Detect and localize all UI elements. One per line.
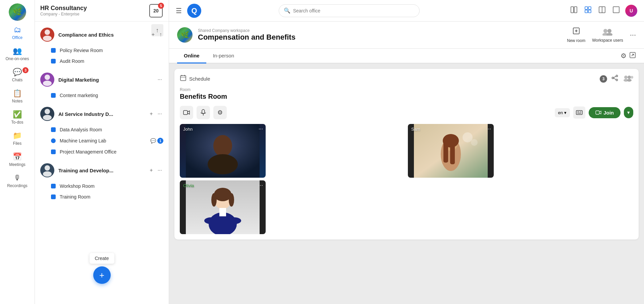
- nav-item-notes[interactable]: 📋 Notes: [0, 86, 35, 107]
- room-item-data-analysis[interactable]: Data Analysis Room: [35, 124, 169, 135]
- room-item-content[interactable]: Content marketing: [35, 90, 169, 101]
- group-item-compliance[interactable]: Compliance and Ethics + ↑: [35, 24, 169, 45]
- add-room-training-button[interactable]: +: [148, 167, 154, 174]
- view-single-button[interactable]: [611, 5, 621, 16]
- files-icon: 📁: [13, 131, 22, 140]
- workspace-title: Compensation and Benefits: [198, 33, 561, 42]
- group-actions-compliance: + ↑: [150, 31, 163, 38]
- create-button[interactable]: +: [93, 266, 111, 284]
- add-room-compliance-button[interactable]: +: [150, 31, 156, 38]
- chevron-down-icon: ▾: [564, 110, 567, 115]
- more-compliance-button[interactable]: ↑: [158, 31, 163, 38]
- svg-point-7: [43, 171, 52, 177]
- svg-point-51: [463, 132, 473, 142]
- nav-item-files[interactable]: 📁 Files: [0, 128, 35, 149]
- tab-online[interactable]: Online: [177, 49, 206, 63]
- nav-item-meetings[interactable]: 📅 Meetings: [0, 149, 35, 170]
- room-name-audit: Audit Room: [60, 58, 163, 64]
- group-item-training[interactable]: Training and Develop... + ···: [35, 160, 169, 181]
- group-item-digital[interactable]: Digital Marketing ···: [35, 69, 169, 90]
- room-item-policy[interactable]: Policy Review Room: [35, 45, 169, 56]
- workspace-header: 🌿 Shared Company workspace Compensation …: [169, 21, 644, 49]
- group-avatar-digital: [40, 73, 54, 87]
- nav-item-todos[interactable]: ✅ To-dos: [0, 107, 35, 128]
- more-digital-button[interactable]: ···: [156, 76, 163, 83]
- user-avatar[interactable]: U: [625, 5, 637, 17]
- microphone-button[interactable]: [197, 106, 210, 119]
- user-avatar-circle: U: [625, 5, 637, 17]
- join-button[interactable]: Join: [589, 107, 621, 118]
- workspace-users-icon: [601, 28, 614, 37]
- tab-in-person[interactable]: In-person: [206, 49, 241, 63]
- tab-settings-button[interactable]: ⚙: [621, 52, 627, 60]
- group-digital: Digital Marketing ··· Content marketing: [35, 69, 169, 101]
- schedule-label: Schedule: [189, 76, 210, 82]
- share-button[interactable]: [611, 74, 619, 83]
- room-item-ml-lab[interactable]: Machine Learning Lab 💬 1: [35, 135, 169, 146]
- more-ai-button[interactable]: ···: [156, 110, 163, 118]
- company-logo[interactable]: 🌿: [9, 3, 26, 21]
- company-name: HR Consultancy: [40, 5, 145, 12]
- room-dot-workshop: [51, 184, 56, 188]
- camera-button[interactable]: [180, 106, 193, 119]
- q-logo: Q: [187, 4, 201, 18]
- room-item-audit[interactable]: Audit Room: [35, 56, 169, 67]
- schedule-actions: 3: [600, 74, 633, 83]
- svg-rect-57: [450, 142, 455, 164]
- group-item-ai[interactable]: AI Service Industry D... + ···: [35, 103, 169, 124]
- add-room-ai-button[interactable]: +: [148, 110, 154, 118]
- tab-expand-button[interactable]: [629, 52, 636, 60]
- svg-rect-16: [613, 7, 619, 13]
- nav-item-chats[interactable]: 💬 3 Chats: [0, 64, 35, 86]
- group-name-digital: Digital Marketing: [58, 77, 156, 83]
- video-more-sam[interactable]: ···: [487, 126, 491, 132]
- room-item-workshop[interactable]: Workshop Room: [35, 181, 169, 191]
- fab-tooltip: Create: [89, 253, 114, 264]
- more-training-button[interactable]: ···: [156, 167, 163, 174]
- svg-rect-42: [576, 111, 582, 115]
- caption-button[interactable]: [573, 106, 585, 119]
- svg-point-49: [208, 154, 238, 174]
- video-more-olivia[interactable]: ···: [259, 182, 263, 188]
- settings-button[interactable]: ⚙: [213, 106, 227, 119]
- view-grid-button[interactable]: [583, 5, 593, 16]
- participants-button[interactable]: [623, 74, 633, 83]
- video-more-john[interactable]: ···: [259, 126, 263, 132]
- controls-bar: ⚙ en ▾ Join ▾: [180, 106, 633, 119]
- nav-item-recordings[interactable]: 🎙 Recordings: [0, 170, 35, 191]
- svg-point-52: [471, 139, 478, 146]
- tab-bar: Online In-person ⚙: [169, 49, 644, 63]
- nav-item-one-on-ones[interactable]: 👥 One-on-ones: [0, 43, 35, 64]
- join-label: Join: [603, 110, 614, 116]
- svg-rect-11: [588, 7, 591, 9]
- group-name-ai: AI Service Industry D...: [58, 111, 148, 117]
- view-split-button[interactable]: [597, 5, 607, 16]
- calendar-button[interactable]: 20 5: [149, 3, 163, 18]
- svg-rect-9: [574, 7, 577, 13]
- nav-label-notes: Notes: [12, 99, 22, 103]
- room-dot-content: [51, 93, 56, 98]
- video-tile-sam: Sam ···: [408, 124, 494, 178]
- hamburger-button[interactable]: ☰: [176, 7, 182, 15]
- svg-point-2: [45, 75, 50, 80]
- search-bar[interactable]: 🔍: [279, 4, 420, 17]
- todo-badge-ml: 1: [157, 138, 163, 144]
- workspace-more-button[interactable]: ···: [630, 31, 636, 39]
- search-input[interactable]: [293, 8, 415, 13]
- language-select[interactable]: en ▾: [555, 108, 570, 117]
- join-dropdown-button[interactable]: ▾: [624, 107, 633, 118]
- new-room-button[interactable]: New room: [567, 27, 585, 43]
- view-tablet-button[interactable]: [569, 5, 579, 16]
- room-item-training-room[interactable]: Training Room: [35, 191, 169, 202]
- room-item-project-mgmt[interactable]: Project Management Office: [35, 146, 169, 157]
- nav-item-office[interactable]: 🗂 Office: [0, 22, 35, 43]
- group-actions-digital: ···: [156, 76, 163, 83]
- participant-name-olivia: Olivia: [183, 183, 194, 188]
- svg-point-4: [45, 109, 50, 114]
- room-label: Room: [180, 87, 633, 92]
- room-dot-ml: [51, 138, 56, 143]
- recordings-icon: 🎙: [14, 174, 21, 182]
- group-compliance: Compliance and Ethics + ↑ Policy Review …: [35, 24, 169, 67]
- workspace-users-button[interactable]: Workspace users: [592, 28, 623, 43]
- workspace-info: Shared Company workspace Compensation an…: [198, 28, 561, 42]
